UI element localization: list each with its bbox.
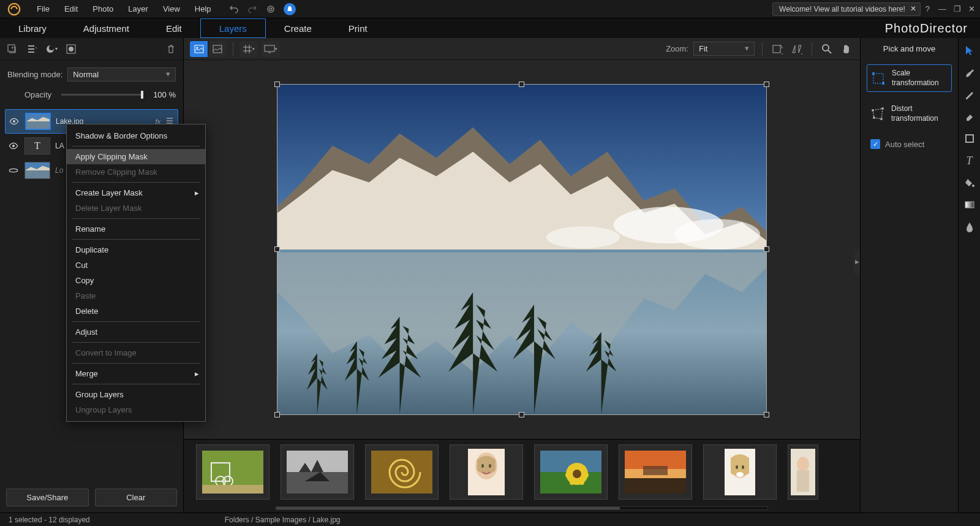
blur-tool-icon[interactable] <box>962 219 977 234</box>
vertical-toolbar: T <box>958 38 980 513</box>
brush-tool-icon[interactable] <box>962 65 977 80</box>
app-logo[interactable] <box>5 0 23 18</box>
distort-icon <box>870 106 885 122</box>
visibility-toggle[interactable] <box>7 141 20 151</box>
ctx-rename[interactable]: Rename <box>67 221 205 237</box>
zoom-tool-icon[interactable] <box>820 42 834 56</box>
notifications-icon[interactable] <box>284 3 296 15</box>
shape-tool-icon[interactable] <box>962 131 977 146</box>
flip-icon[interactable] <box>790 42 804 56</box>
tab-adjustment[interactable]: Adjustment <box>65 18 148 38</box>
resize-handle[interactable] <box>764 412 769 417</box>
filmstrip-scrollbar[interactable] <box>276 506 768 510</box>
resize-handle[interactable] <box>519 412 524 417</box>
ctx-merge[interactable]: Merge▸ <box>67 366 205 381</box>
layer-list-icon[interactable] <box>24 42 39 56</box>
resize-handle[interactable] <box>274 412 280 417</box>
thumbnail[interactable] <box>365 444 439 500</box>
menu-layer[interactable]: Layer <box>121 4 156 13</box>
resize-handle[interactable] <box>519 82 524 87</box>
delete-layer-icon[interactable] <box>164 42 178 56</box>
mask-icon[interactable]: ▾ <box>44 42 59 56</box>
auto-select-checkbox[interactable]: ✓ Auto select <box>867 135 952 153</box>
clear-button[interactable]: Clear <box>95 489 178 506</box>
thumbnail[interactable] <box>281 444 354 500</box>
svg-point-46 <box>570 480 575 485</box>
fill-tool-icon[interactable] <box>962 175 977 190</box>
svg-rect-15 <box>25 170 50 178</box>
thumbnail[interactable] <box>788 444 818 500</box>
svg-point-17 <box>196 47 198 48</box>
undo-icon[interactable] <box>228 4 239 15</box>
tab-layers[interactable]: Layers <box>200 18 266 38</box>
svg-point-67 <box>873 116 875 119</box>
menu-edit[interactable]: Edit <box>57 4 85 13</box>
resize-handle[interactable] <box>274 82 280 87</box>
ctx-apply-clipping[interactable]: Apply Clipping Mask <box>67 149 205 164</box>
scale-transform-button[interactable]: Scale transformation <box>867 64 952 92</box>
svg-rect-60 <box>797 470 809 492</box>
ctx-copy[interactable]: Copy <box>67 273 205 288</box>
monitor-icon[interactable]: ▾ <box>262 41 280 57</box>
image-canvas[interactable] <box>277 84 767 415</box>
layer-context-menu: Shadow & Border Options Apply Clipping M… <box>66 124 206 422</box>
resize-handle[interactable] <box>764 246 769 252</box>
opacity-slider[interactable] <box>61 94 143 96</box>
distort-transform-button[interactable]: Distort transformation <box>867 101 952 127</box>
zoom-select[interactable]: Fit <box>693 42 755 56</box>
layer-thumbnail <box>25 113 51 130</box>
eraser-tool-icon[interactable] <box>962 109 977 124</box>
help-icon[interactable]: ? <box>925 4 930 13</box>
checkmark-icon: ✓ <box>870 139 880 149</box>
pen-tool-icon[interactable] <box>962 87 977 102</box>
ctx-duplicate[interactable]: Duplicate <box>67 242 205 257</box>
ctx-delete[interactable]: Delete <box>67 303 205 319</box>
view-single-icon[interactable] <box>190 41 208 57</box>
close-button[interactable]: ✕ <box>968 4 975 13</box>
close-icon[interactable]: ✕ <box>910 4 916 13</box>
save-share-button[interactable]: Save/Share <box>6 489 89 506</box>
hand-tool-icon[interactable] <box>839 42 854 56</box>
resize-handle[interactable] <box>274 246 280 252</box>
tab-print[interactable]: Print <box>330 18 386 38</box>
menu-photo[interactable]: Photo <box>85 4 121 13</box>
svg-point-47 <box>579 480 584 485</box>
visibility-toggle[interactable] <box>8 116 20 126</box>
resize-handle[interactable] <box>764 82 769 87</box>
add-layer-icon[interactable]: + <box>5 42 20 56</box>
move-tool-icon[interactable] <box>962 43 977 58</box>
minimize-button[interactable]: — <box>938 4 946 13</box>
ctx-adjust[interactable]: Adjust <box>67 324 205 340</box>
thumbnail[interactable] <box>534 444 608 500</box>
thumbnail[interactable] <box>450 444 523 500</box>
grid-icon[interactable]: ▾ <box>239 41 258 57</box>
view-compare-icon[interactable] <box>208 41 227 57</box>
rotate-icon[interactable] <box>770 42 785 56</box>
redo-icon[interactable] <box>247 4 258 15</box>
visibility-toggle[interactable] <box>7 166 20 175</box>
tab-create[interactable]: Create <box>266 18 330 38</box>
ctx-shadow-border[interactable]: Shadow & Border Options <box>67 128 205 143</box>
menu-file[interactable]: File <box>29 4 57 13</box>
menu-help[interactable]: Help <box>187 4 219 13</box>
gradient-tool-icon[interactable] <box>962 197 977 212</box>
ctx-create-mask[interactable]: Create Layer Mask▸ <box>67 185 205 200</box>
svg-point-44 <box>565 473 570 478</box>
welcome-banner[interactable]: Welcome! View all tutorial videos here! … <box>772 2 921 16</box>
ctx-cut[interactable]: Cut <box>67 257 205 273</box>
thumbnail[interactable] <box>196 444 270 500</box>
maximize-button[interactable]: ❐ <box>954 4 961 13</box>
thumbnail[interactable] <box>703 444 777 500</box>
tab-library[interactable]: Library <box>0 18 65 38</box>
svg-rect-70 <box>965 202 974 208</box>
thumbnail[interactable] <box>619 444 692 500</box>
svg-rect-19 <box>265 45 274 51</box>
solid-layer-icon[interactable] <box>64 42 78 56</box>
settings-gear-icon[interactable] <box>265 4 276 15</box>
menu-view[interactable]: View <box>156 4 187 13</box>
tab-edit[interactable]: Edit <box>148 18 200 38</box>
blend-mode-select[interactable]: Normal <box>67 67 176 82</box>
ctx-group[interactable]: Group Layers <box>67 387 205 402</box>
text-tool-icon[interactable]: T <box>962 153 977 168</box>
expand-right-handle[interactable]: ▶ <box>854 250 860 274</box>
